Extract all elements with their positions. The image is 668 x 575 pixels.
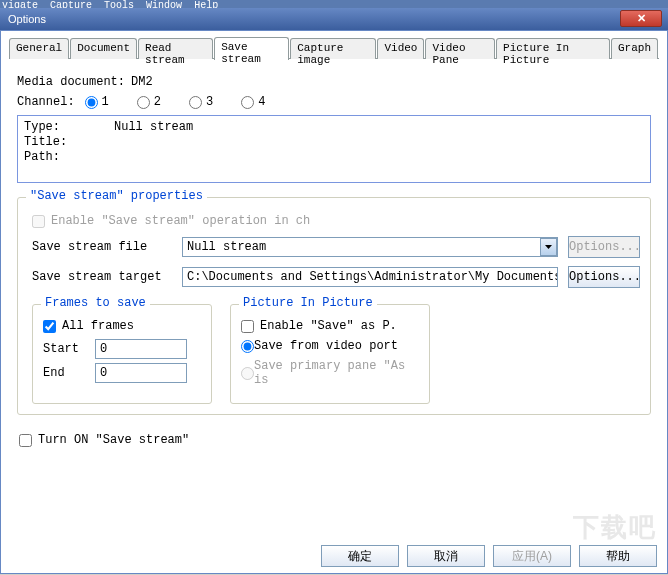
help-button[interactable]: 帮助 xyxy=(579,545,657,567)
menu-item[interactable]: Tools xyxy=(104,0,134,8)
channel-radio-2[interactable]: 2 xyxy=(137,95,161,109)
tab-save-stream[interactable]: Save stream xyxy=(214,37,289,60)
menu-bar: vigate Capture Tools Window Help xyxy=(0,0,668,8)
tab-pip[interactable]: Picture In Picture xyxy=(496,38,610,59)
menu-item[interactable]: Window xyxy=(146,0,182,8)
save-target-label: Save stream target xyxy=(32,270,182,284)
dialog-footer: 确定 取消 应用(A) 帮助 xyxy=(321,545,657,567)
cancel-button[interactable]: 取消 xyxy=(407,545,485,567)
channel-radio-1[interactable]: 1 xyxy=(85,95,109,109)
menu-item[interactable]: Help xyxy=(194,0,218,8)
props-legend: "Save stream" properties xyxy=(26,189,207,203)
tab-content: Media document: DM2 Channel: 1 2 3 4 Typ… xyxy=(9,59,659,463)
start-label: Start xyxy=(43,342,95,356)
pip-save-from-label: Save from video port xyxy=(254,339,398,353)
end-label: End xyxy=(43,366,95,380)
title-bar: Options ✕ xyxy=(0,8,668,30)
tab-document[interactable]: Document xyxy=(70,38,137,59)
pip-legend: Picture In Picture xyxy=(239,296,377,310)
info-path-label: Path: xyxy=(24,150,114,165)
apply-button: 应用(A) xyxy=(493,545,571,567)
turn-on-save-label: Turn ON "Save stream" xyxy=(38,433,189,447)
tab-video[interactable]: Video xyxy=(377,38,424,59)
tab-graph[interactable]: Graph xyxy=(611,38,658,59)
pip-save-primary-radio xyxy=(241,367,254,380)
all-frames-checkbox[interactable] xyxy=(43,320,56,333)
tab-strip: General Document Read stream Save stream… xyxy=(9,37,659,59)
end-input[interactable] xyxy=(95,363,187,383)
frames-legend: Frames to save xyxy=(41,296,150,310)
save-file-value: Null stream xyxy=(187,240,266,254)
pip-save-from-radio[interactable] xyxy=(241,340,254,353)
window-title: Options xyxy=(4,13,46,25)
chevron-down-icon[interactable] xyxy=(540,238,557,256)
pip-enable-checkbox[interactable] xyxy=(241,320,254,333)
menu-item[interactable]: Capture xyxy=(50,0,92,8)
stream-info-box: Type:Null stream Title: Path: xyxy=(17,115,651,183)
media-doc-value: DM2 xyxy=(131,75,153,89)
pip-save-primary-label: Save primary pane "As is xyxy=(254,359,419,387)
save-file-label: Save stream file xyxy=(32,240,182,254)
channel-radio-4[interactable]: 4 xyxy=(241,95,265,109)
all-frames-label: All frames xyxy=(62,319,134,333)
frames-to-save-group: Frames to save All frames Start End xyxy=(32,304,212,404)
channel-radio-3[interactable]: 3 xyxy=(189,95,213,109)
save-file-options-button: Options... xyxy=(568,236,640,258)
save-target-options-button[interactable]: Options... xyxy=(568,266,640,288)
start-input[interactable] xyxy=(95,339,187,359)
ok-button[interactable]: 确定 xyxy=(321,545,399,567)
tab-general[interactable]: General xyxy=(9,38,69,59)
info-type-label: Type: xyxy=(24,120,114,135)
dialog-body: General Document Read stream Save stream… xyxy=(0,30,668,574)
pip-group: Picture In Picture Enable "Save" as P. S… xyxy=(230,304,430,404)
enable-save-checkbox xyxy=(32,215,45,228)
watermark: 下载吧 xyxy=(573,510,657,545)
save-file-combo[interactable]: Null stream xyxy=(182,237,558,257)
save-stream-properties-group: "Save stream" properties Enable "Save st… xyxy=(17,197,651,415)
info-type-value: Null stream xyxy=(114,120,193,134)
pip-enable-label: Enable "Save" as P. xyxy=(260,319,397,333)
menu-item[interactable]: vigate xyxy=(2,0,38,8)
tab-read-stream[interactable]: Read stream xyxy=(138,38,213,59)
turn-on-save-checkbox[interactable] xyxy=(19,434,32,447)
media-doc-label: Media document: xyxy=(17,75,125,89)
tab-video-pane[interactable]: Video Pane xyxy=(425,38,495,59)
save-target-input[interactable]: C:\Documents and Settings\Administrator\… xyxy=(182,267,558,287)
info-title-label: Title: xyxy=(24,135,114,150)
svg-marker-0 xyxy=(545,245,552,249)
close-button[interactable]: ✕ xyxy=(620,10,662,27)
tab-capture-image[interactable]: Capture image xyxy=(290,38,376,59)
enable-save-label: Enable "Save stream" operation in ch xyxy=(51,214,310,228)
channel-label: Channel: xyxy=(17,95,75,109)
